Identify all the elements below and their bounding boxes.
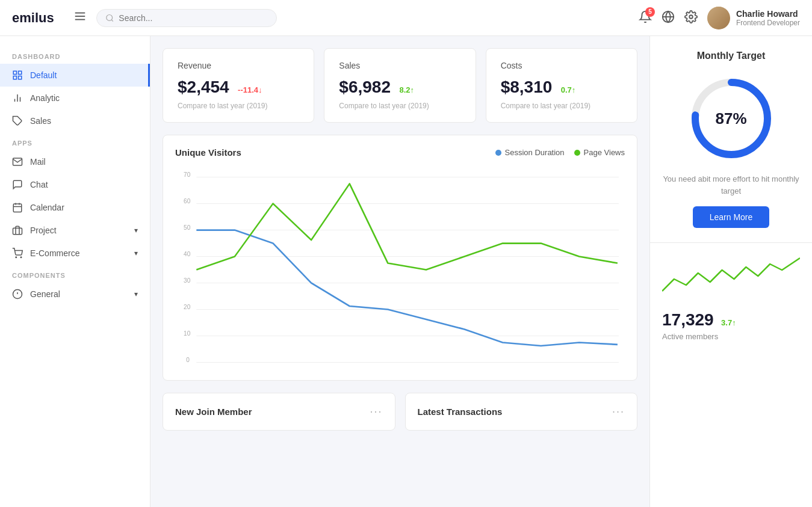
bottom-card-header: Latest Transactions ··· [418,405,625,418]
more-options-button[interactable]: ··· [612,405,625,418]
svg-rect-21 [13,228,22,235]
sidebar-item-ecommerce[interactable]: E-Commerce ▾ [0,242,150,265]
monthly-target-desc: You need abit more effort to hit monthly… [662,173,800,197]
stat-compare: Compare to last year (2019) [501,102,622,110]
donut-percent: 87% [715,109,746,128]
menu-icon[interactable] [73,10,87,26]
notification-button[interactable]: 5 [639,10,652,26]
members-change: 3.7↑ [721,318,736,327]
chevron-icon: ▾ [134,290,138,298]
bar-chart-icon [12,93,23,103]
learn-more-button[interactable]: Learn More [693,206,770,228]
settings-button[interactable] [684,10,698,26]
sidebar-label: Chat [30,180,48,189]
chevron-icon: ▾ [134,249,138,257]
grid-icon [12,70,23,81]
right-panel: Monthly Target 87% You need abit more ef… [649,36,812,507]
search-icon [105,13,114,23]
svg-rect-11 [13,76,16,79]
sidebar-label: Calendar [30,203,64,212]
more-options-button[interactable]: ··· [370,405,382,418]
user-name: Charlie Howard [736,9,800,19]
sidebar-label: Analytic [30,93,60,103]
chart-header: Unique Visitors Session DurationPage Vie… [175,147,625,158]
sidebar-label: Project [30,226,57,235]
stat-value: $6,982 [339,78,391,96]
gear-icon [684,10,698,23]
notification-badge: 5 [645,7,655,17]
stat-change: 0.7↑ [561,85,576,94]
language-button[interactable] [662,10,675,26]
main-content: Revenue $2,454 --11.4↓ Compare to last y… [150,36,649,507]
stat-change: --11.4↓ [238,85,262,94]
sidebar-item-chat[interactable]: Chat [0,173,150,196]
stat-label: Revenue [178,61,299,70]
sidebar-label: E-Commerce [30,248,79,258]
stats-row: Revenue $2,454 --11.4↓ Compare to last y… [163,48,637,123]
sidebar-label: Default [30,70,57,80]
chevron-icon: ▾ [134,226,138,235]
search-bar[interactable] [96,9,277,27]
legend-item: Page Views [574,148,625,157]
legend-dot [495,150,501,156]
briefcase-icon [12,225,23,236]
svg-text:70: 70 [184,171,190,179]
svg-rect-12 [19,76,22,79]
stat-value-row: $8,310 0.7↑ [501,78,622,97]
chart-card: Unique Visitors Session DurationPage Vie… [163,135,637,381]
sidebar-label: Sales [30,116,51,126]
bottom-card-header: New Join Member ··· [175,405,383,418]
stat-card-revenue: Revenue $2,454 --11.4↓ Compare to last y… [163,48,314,123]
members-count: 17,329 [662,310,714,329]
calendar-icon [12,202,23,213]
layout: DASHBOARD Default Analytic Sales APPS Ma… [0,36,812,507]
stat-value-row: $6,982 8.2↑ [339,78,460,97]
sidebar: DASHBOARD Default Analytic Sales APPS Ma… [0,36,150,507]
bottom-card-title: Latest Transactions [418,407,503,417]
monthly-target-title: Monthly Target [697,51,765,61]
stat-label: Sales [339,61,460,70]
stat-change: 8.2↑ [399,85,414,94]
user-role: Frontend Developer [736,19,800,27]
shopping-cart-icon [12,248,23,259]
svg-text:40: 40 [184,250,190,258]
chart-legend: Session DurationPage Views [495,148,625,157]
donut-chart: 87% [686,73,776,164]
stat-card-sales: Sales $6,982 8.2↑ Compare to last year (… [324,48,476,123]
sidebar-item-calendar[interactable]: Calendar [0,196,150,219]
tag-icon [12,115,23,126]
svg-point-7 [689,15,693,19]
sidebar-item-general[interactable]: General ▾ [0,283,150,306]
stat-compare: Compare to last year (2019) [178,102,299,110]
stat-value: $2,454 [178,78,229,96]
logo: emilus [12,10,54,26]
sidebar-label: General [30,289,60,299]
sidebar-item-default[interactable]: Default [0,64,150,87]
monthly-target: Monthly Target 87% You need abit more ef… [650,36,812,243]
sidebar-item-sales[interactable]: Sales [0,109,150,132]
stat-label: Costs [501,61,622,70]
svg-text:10: 10 [184,330,190,337]
members-label: Active members [662,332,800,341]
sidebar-section-label: DASHBOARD [0,46,150,64]
sidebar-item-mail[interactable]: Mail [0,150,150,173]
svg-text:60: 60 [184,197,190,205]
svg-text:50: 50 [184,224,190,232]
bottom-card-title: New Join Member [175,407,252,417]
sidebar-item-project[interactable]: Project ▾ [0,219,150,242]
active-members: 17,329 3.7↑ Active members [650,243,812,353]
sidebar-item-analytic[interactable]: Analytic [0,87,150,109]
visitors-chart: 0 10 20 30 40 50 60 70 01 Jan 02 Jan [175,167,625,366]
globe-icon [662,10,675,23]
search-input[interactable] [119,13,267,23]
avatar [707,7,730,29]
header: emilus 5 [0,0,812,36]
info-icon [12,289,23,300]
svg-rect-17 [13,204,22,212]
stat-value: $8,310 [501,78,553,96]
stat-card-costs: Costs $8,310 0.7↑ Compare to last year (… [486,48,637,123]
svg-rect-10 [19,71,22,74]
message-icon [12,179,23,190]
user-info[interactable]: Charlie Howard Frontend Developer [707,7,800,29]
svg-point-23 [20,257,22,258]
